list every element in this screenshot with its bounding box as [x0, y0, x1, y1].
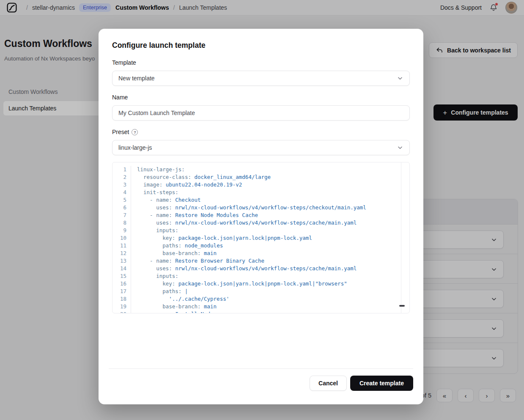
code-line: 8uses: nrwl/nx-cloud-workflows/v4/workfl… [112, 219, 409, 227]
template-field-label: Template [112, 59, 136, 66]
chevron-down-icon [397, 144, 403, 151]
line-number: 11 [112, 242, 131, 250]
line-number: 4 [112, 189, 131, 196]
line-number: 8 [112, 219, 131, 227]
name-input[interactable] [118, 110, 403, 116]
line-number: 5 [112, 196, 131, 204]
modal-title: Configure launch template [112, 41, 206, 50]
preset-field-label: Preset ? [112, 129, 138, 135]
code-line: 9inputs: [112, 227, 409, 234]
configure-launch-template-modal: Configure launch template Template New t… [99, 29, 423, 404]
code-line: 12base-branch: main [112, 250, 409, 257]
code-line: 17paths: | [112, 288, 409, 295]
line-number: 7 [112, 211, 131, 219]
line-number: 3 [112, 181, 131, 189]
line-number: 1 [112, 166, 131, 173]
line-number: 6 [112, 204, 131, 211]
code-line: 11paths: node_modules [112, 242, 409, 250]
footer-divider [109, 368, 413, 369]
editor-scrollbar-track [401, 162, 401, 313]
line-number: 10 [112, 234, 131, 242]
help-icon[interactable]: ? [132, 129, 138, 135]
line-number: 13 [112, 257, 131, 265]
line-number: 19 [112, 303, 131, 310]
code-line: 3image: ubuntu22.04-node20.19-v2 [112, 181, 409, 189]
name-field-label: Name [112, 94, 128, 101]
screen: / stellar-dynamics Enterprise Custom Wor… [0, 0, 524, 420]
code-line: 18'../.cache/Cypress' [112, 295, 409, 303]
line-number: 20 [112, 310, 131, 313]
yaml-code-editor[interactable]: 1linux-large-js:2resource-class: docker_… [112, 162, 410, 313]
cancel-button[interactable]: Cancel [310, 376, 347, 391]
code-line: 16key: package-lock.json|yarn.lock|pnpm-… [112, 280, 409, 288]
preset-label-text: Preset [112, 129, 129, 135]
code-line: 13- name: Restore Browser Binary Cache [112, 257, 409, 265]
line-number: 9 [112, 227, 131, 234]
line-number: 15 [112, 272, 131, 280]
template-select[interactable]: New template [112, 71, 410, 86]
preset-select-value: linux-large-js [118, 144, 152, 151]
name-input-wrap [112, 105, 410, 121]
template-select-value: New template [118, 75, 155, 82]
line-number: 2 [112, 173, 131, 181]
modal-footer: Cancel Create template [310, 376, 413, 391]
code-line: 7- name: Restore Node Modules Cache [112, 211, 409, 219]
preset-select[interactable]: linux-large-js [112, 140, 410, 155]
code-line: 4init-steps: [112, 189, 409, 196]
line-number: 16 [112, 280, 131, 288]
code-line: 15inputs: [112, 272, 409, 280]
code-line: 20- name: Install Node [112, 310, 409, 313]
line-number: 18 [112, 295, 131, 303]
code-line: 1linux-large-js: [112, 166, 409, 173]
line-number: 17 [112, 288, 131, 295]
editor-scrollbar-thumb[interactable] [399, 305, 405, 307]
code-line: 5- name: Checkout [112, 196, 409, 204]
chevron-down-icon [397, 75, 403, 82]
code-line: 2resource-class: docker_linux_amd64/larg… [112, 173, 409, 181]
code-line: 6uses: nrwl/nx-cloud-workflows/v4/workfl… [112, 204, 409, 211]
code-line: 14uses: nrwl/nx-cloud-workflows/v4/workf… [112, 265, 409, 272]
code-line: 10key: package-lock.json|yarn.lock|pnpm-… [112, 234, 409, 242]
create-template-button[interactable]: Create template [350, 376, 413, 391]
code-line: 19base-branch: main [112, 303, 409, 310]
line-number: 12 [112, 250, 131, 257]
line-number: 14 [112, 265, 131, 272]
